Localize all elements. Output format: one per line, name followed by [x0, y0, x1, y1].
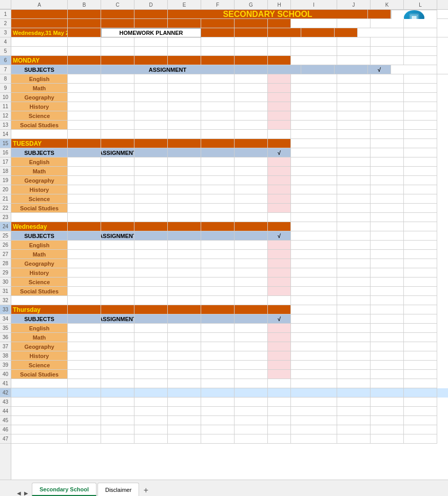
row-11: History — [11, 102, 448, 111]
monday-label: MONDAY — [11, 56, 68, 65]
row-31: Social Studies — [11, 287, 448, 296]
col-header-c: C — [101, 0, 134, 9]
row-3: Wednesday,31 May 2023 HOMEWORK PLANNER — [11, 28, 448, 37]
tab-add-button[interactable]: + — [140, 485, 151, 496]
subjects-header-1: SUBJECTS — [11, 65, 68, 74]
check-header-1: √ — [368, 65, 391, 74]
row-19: Geography — [11, 176, 448, 185]
spreadsheet-title: SECONDARY SCHOOL — [168, 10, 368, 19]
tab-bar: ◀ ▶ Secondary School Disclaimer + — [0, 480, 448, 496]
thursday-label: Thursday — [11, 305, 68, 314]
row-37: Geography — [11, 342, 448, 351]
tab-scroll-arrows: ◀ ▶ — [15, 490, 30, 496]
subjects-header-2: SUBJECTS — [11, 148, 68, 157]
row-1: SECONDARY SCHOOL AllBusiness Templates — [11, 10, 448, 19]
row-12: Science — [11, 111, 448, 121]
row-9: Math — [11, 84, 448, 93]
assignment-header-1: ASSIGNMENT — [101, 65, 235, 74]
row-23 — [11, 213, 448, 222]
row-30: Science — [11, 277, 448, 287]
assignment-header-2: ASSIGNMENT — [101, 148, 134, 157]
row-27: Math — [11, 250, 448, 259]
row-13: Social Studies — [11, 121, 448, 130]
monday-subject-6: Social Studies — [11, 121, 68, 130]
row-35: English — [11, 324, 448, 333]
row-8: English — [11, 74, 448, 84]
row-numbers: 1 2 3 4 5 6 7 8 9 10 11 12 13 14 15 16 1… — [0, 10, 11, 480]
row-6-monday: MONDAY — [11, 56, 448, 65]
row-22: Social Studies — [11, 204, 448, 213]
row-47 — [11, 434, 448, 444]
row-42 — [11, 388, 448, 398]
row-45 — [11, 416, 448, 425]
row-39: Science — [11, 361, 448, 370]
row-38: History — [11, 351, 448, 361]
hw-planner-label: HOMEWORK PLANNER — [101, 28, 201, 37]
check-header-2: √ — [268, 148, 291, 157]
col-header-b: B — [68, 0, 101, 9]
row-20: History — [11, 185, 448, 194]
row-25-headers: SUBJECTS ASSIGNMENT √ — [11, 231, 448, 241]
row-40: Social Studies — [11, 370, 448, 379]
row-15-tuesday: TUESDAY — [11, 139, 448, 148]
col-header-l: L — [404, 0, 437, 9]
row-16-headers: SUBJECTS ASSIGNMENT √ — [11, 148, 448, 157]
tab-secondary-school[interactable]: Secondary School — [32, 483, 96, 496]
row-17: English — [11, 157, 448, 167]
date-cell: Wednesday,31 May 2023 — [11, 28, 68, 37]
col-header-e: E — [168, 0, 201, 9]
col-header-h: H — [268, 0, 291, 9]
row-21: Science — [11, 194, 448, 204]
row-10: Geography — [11, 93, 448, 102]
row-26: English — [11, 241, 448, 250]
tab-scroll-right[interactable]: ▶ — [23, 490, 30, 496]
col-header-k: K — [371, 0, 404, 9]
row-7-headers: SUBJECTS ASSIGNMENT √ — [11, 65, 448, 74]
row-46 — [11, 425, 448, 434]
col-header-g: G — [235, 0, 268, 9]
tab-disclaimer[interactable]: Disclaimer — [98, 483, 139, 496]
row-43 — [11, 398, 448, 407]
row-41 — [11, 379, 448, 388]
monday-subject-3: Geography — [11, 93, 68, 102]
row-32 — [11, 296, 448, 305]
monday-subject-2: Math — [11, 84, 68, 93]
row-44 — [11, 407, 448, 416]
col-header-f: F — [201, 0, 235, 9]
row-33-thursday: Thursday — [11, 305, 448, 314]
wednesday-label: Wednesday — [11, 222, 68, 231]
tab-scroll-left[interactable]: ◀ — [15, 490, 23, 496]
col-header-a: A — [11, 0, 68, 9]
spreadsheet: A B C D E F G H I J K L 1 2 3 4 5 6 7 8 … — [0, 0, 448, 496]
row-2 — [11, 19, 448, 28]
monday-subject-5: Science — [11, 111, 68, 121]
col-header-d: D — [134, 0, 168, 9]
row-29: History — [11, 268, 448, 277]
row-5 — [11, 47, 448, 56]
row-24-wednesday: Wednesday — [11, 222, 448, 231]
monday-subject-4: History — [11, 102, 68, 111]
monday-subject-1: English — [11, 74, 68, 84]
row-36: Math — [11, 333, 448, 342]
svg-rect-3 — [412, 16, 417, 19]
row-4 — [11, 37, 448, 47]
row-28: Geography — [11, 259, 448, 268]
row-18: Math — [11, 167, 448, 176]
row-14 — [11, 130, 448, 139]
col-header-j: J — [337, 0, 371, 9]
col-header-i: I — [291, 0, 337, 9]
row-34-headers: SUBJECTS ASSIGNMENT √ — [11, 314, 448, 324]
tuesday-label: TUESDAY — [11, 139, 68, 148]
